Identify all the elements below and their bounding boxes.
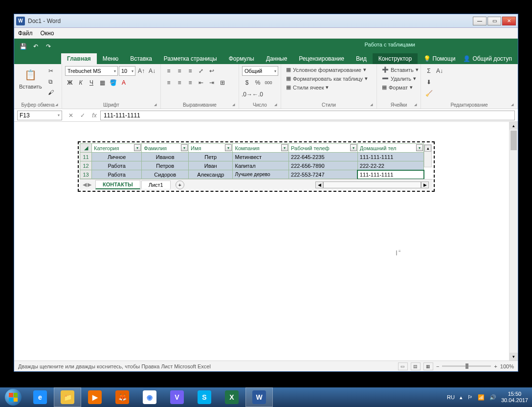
format-cells[interactable]: ▦ Формат ▾: [380, 84, 421, 91]
cell[interactable]: 222-22-22: [357, 161, 423, 170]
view-print-icon[interactable]: ▤: [411, 362, 421, 370]
close-button[interactable]: ✕: [502, 17, 516, 25]
cell[interactable]: Метинвест: [233, 153, 289, 161]
orientation-icon[interactable]: ⤢: [196, 66, 206, 76]
taskbar-excel[interactable]: X: [218, 387, 245, 407]
embedded-excel-object[interactable]: ◢ Категория▾ Фамилия▾ Имя▾ Компания▾ Раб…: [78, 141, 435, 192]
underline-button[interactable]: Ч: [87, 78, 96, 88]
fill-icon[interactable]: ⬇: [424, 77, 434, 87]
align-center-icon[interactable]: ≡: [175, 78, 184, 88]
maximize-button[interactable]: ▭: [488, 17, 501, 25]
merge-icon[interactable]: ⊞: [218, 78, 227, 88]
zoom-in-icon[interactable]: +: [494, 363, 497, 369]
table-row[interactable]: 13 Работа Сидоров Александр Лучшее дерев…: [80, 170, 424, 179]
cell[interactable]: 222-553-7247: [289, 170, 358, 179]
align-right-icon[interactable]: ≡: [185, 78, 195, 88]
cell[interactable]: Работа: [92, 161, 142, 170]
taskbar-firefox[interactable]: 🦊: [109, 387, 136, 407]
borders-icon[interactable]: ▦: [97, 78, 107, 88]
sheet-tab-contacts[interactable]: КОНТАКТЫ: [95, 180, 140, 189]
row-header[interactable]: 12: [80, 161, 92, 170]
increase-decimal-icon[interactable]: .0→: [242, 90, 252, 99]
tab-design[interactable]: Конструктор: [373, 53, 418, 64]
fx-icon[interactable]: fx: [89, 111, 100, 120]
decrease-decimal-icon[interactable]: ←.0: [253, 90, 263, 99]
clear-icon[interactable]: 🧹: [424, 89, 434, 98]
embedded-vscrollbar[interactable]: ▴: [424, 144, 432, 167]
delete-cells[interactable]: ➖ Удалить ▾: [380, 75, 421, 82]
tab-review[interactable]: Рецензирование: [293, 53, 350, 64]
scroll-up-icon[interactable]: ▴: [510, 122, 518, 130]
filter-icon[interactable]: ▾: [181, 144, 188, 151]
paste-button[interactable]: 📋 Вставить: [17, 66, 44, 90]
align-bottom-icon[interactable]: ≡: [185, 66, 195, 76]
tray-clock[interactable]: 15:50 30.04.2017: [501, 391, 528, 404]
tab-data[interactable]: Данные: [260, 53, 293, 64]
filter-icon[interactable]: ▾: [350, 144, 357, 151]
cell[interactable]: Петров: [142, 161, 189, 170]
conditional-formatting[interactable]: ▦ Условное форматирование ▾: [284, 66, 370, 73]
align-middle-icon[interactable]: ≡: [175, 66, 184, 76]
taskbar-word[interactable]: W: [245, 387, 273, 407]
zoom-value[interactable]: 100%: [500, 363, 514, 369]
tab-insert[interactable]: Вставка: [124, 53, 158, 64]
formula-input[interactable]: 111-111-1111: [100, 111, 515, 120]
autosum-icon[interactable]: Σ: [424, 66, 434, 76]
menu-file[interactable]: Файл: [18, 30, 33, 37]
cell[interactable]: Петр: [189, 153, 233, 161]
scroll-left-icon[interactable]: ◀: [315, 181, 323, 188]
scroll-right-icon[interactable]: ▶: [421, 181, 429, 188]
cut-icon[interactable]: ✂: [46, 66, 56, 76]
filter-icon[interactable]: ▾: [225, 144, 232, 151]
decrease-indent-icon[interactable]: ⇤: [196, 78, 206, 88]
cell[interactable]: Личное: [92, 153, 142, 161]
scroll-thumb[interactable]: [510, 131, 517, 150]
align-top-icon[interactable]: ≡: [164, 66, 174, 76]
undo-icon[interactable]: ↶: [31, 42, 41, 51]
taskbar-chrome[interactable]: ◉: [136, 387, 163, 407]
save-icon[interactable]: 💾: [18, 42, 28, 51]
tray-chevron-icon[interactable]: ▴: [460, 394, 463, 401]
cell[interactable]: Сидоров: [142, 170, 189, 179]
number-format-combo[interactable]: Общий: [242, 66, 278, 76]
col-home-phone[interactable]: Домашний тел▾: [357, 144, 423, 153]
font-name-combo[interactable]: Trebuchet MS: [65, 66, 118, 76]
scroll-down-icon[interactable]: ▾: [510, 353, 518, 361]
taskbar-skype[interactable]: S: [191, 387, 218, 407]
col-work-phone[interactable]: Рабочий телеф▾: [289, 144, 358, 153]
col-company[interactable]: Компания▾: [233, 144, 289, 153]
font-color-icon[interactable]: A: [119, 78, 129, 88]
scroll-track[interactable]: [323, 181, 421, 188]
taskbar-ie[interactable]: e: [26, 387, 54, 407]
tray-network-icon[interactable]: 📶: [478, 394, 485, 401]
sheet-nav-next-icon[interactable]: ▶: [88, 181, 91, 188]
insert-cells[interactable]: ➕ Вставить ▾: [380, 66, 421, 73]
taskbar-media[interactable]: ▶: [81, 387, 109, 407]
redo-icon[interactable]: ↷: [44, 42, 53, 51]
table-row[interactable]: 12 Работа Петров Иван Капитал 222-656-78…: [80, 161, 424, 170]
menu-window[interactable]: Окно: [41, 30, 54, 37]
table-row[interactable]: 11 Личное Иванов Петр Метинвест 222-645-…: [80, 153, 424, 161]
scroll-up-icon[interactable]: ▴: [424, 145, 431, 152]
document-area[interactable]: ◢ Категория▾ Фамилия▾ Имя▾ Компания▾ Раб…: [14, 122, 518, 361]
col-name[interactable]: Имя▾: [189, 144, 233, 153]
format-painter-icon[interactable]: 🖌: [46, 88, 56, 97]
filter-icon[interactable]: ▾: [416, 144, 423, 151]
percent-icon[interactable]: %: [253, 78, 263, 88]
col-category[interactable]: Категория▾: [92, 144, 142, 153]
cancel-formula-icon[interactable]: ✕: [65, 111, 77, 120]
embedded-hscrollbar[interactable]: ◀ ▶: [315, 181, 429, 188]
copy-icon[interactable]: ⧉: [46, 77, 56, 87]
zoom-out-icon[interactable]: −: [436, 363, 439, 369]
share-button[interactable]: 👤 Общий доступ: [460, 54, 515, 63]
format-as-table[interactable]: ▦ Форматировать как таблицу ▾: [284, 75, 370, 82]
selected-cell[interactable]: 111-111-1111: [357, 170, 423, 179]
cell[interactable]: Лучшее дерево: [233, 170, 289, 179]
cell[interactable]: 222-656-7890: [289, 161, 358, 170]
row-header[interactable]: 11: [80, 153, 92, 161]
name-box[interactable]: F13▾: [17, 111, 62, 120]
cell[interactable]: Работа: [92, 170, 142, 179]
language-indicator[interactable]: RU: [447, 394, 455, 400]
tell-me[interactable]: 💡 Помощи: [421, 54, 459, 63]
row-header[interactable]: 13: [80, 170, 92, 179]
